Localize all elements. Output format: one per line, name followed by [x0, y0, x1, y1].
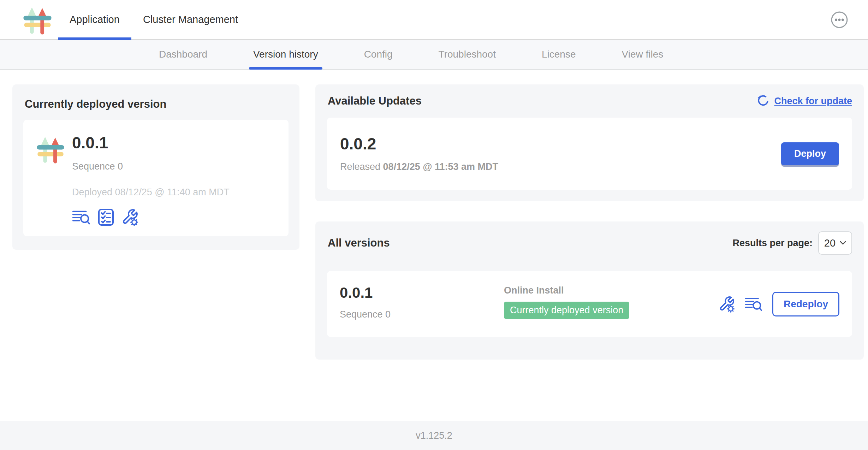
all-versions-header: All versions Results per page: 20: [327, 231, 852, 255]
available-updates-card: Available Updates Check for update 0.0.2…: [315, 84, 864, 201]
version-history-page: Currently deployed version 0.0.1 Sequenc…: [0, 70, 868, 360]
results-per-page-label: Results per page:: [732, 238, 813, 249]
tab-version-history[interactable]: Version history: [253, 40, 318, 69]
header-tab-label: Cluster Management: [143, 14, 238, 25]
app-subnav: Dashboard Version history Config Trouble…: [0, 40, 868, 70]
available-updates-header: Available Updates Check for update: [327, 94, 852, 108]
results-per-page: Results per page: 20: [732, 231, 852, 255]
tab-troubleshoot[interactable]: Troubleshoot: [439, 40, 496, 69]
app-logo: [22, 0, 53, 39]
update-released-line: Released 08/12/25 @ 11:53 am MDT: [340, 161, 498, 172]
tab-label: License: [542, 49, 576, 60]
row-version-details: 0.0.1 Sequence 0: [340, 285, 504, 320]
deploy-button[interactable]: Deploy: [781, 142, 839, 165]
config-icon[interactable]: [121, 208, 138, 226]
footer: v1.125.2: [0, 421, 868, 450]
tab-label: Version history: [253, 49, 318, 60]
redeploy-button[interactable]: Redeploy: [772, 292, 839, 316]
console-version: v1.125.2: [416, 430, 452, 441]
currently-deployed-badge: Currently deployed version: [504, 302, 629, 319]
install-type-label: Online Install: [504, 285, 719, 296]
header-tab-application[interactable]: Application: [70, 0, 120, 39]
tab-dashboard[interactable]: Dashboard: [159, 40, 207, 69]
released-timestamp: 08/12/25 @ 11:53 am MDT: [383, 161, 499, 172]
chevron-down-icon: [840, 241, 846, 245]
view-logs-icon[interactable]: [72, 209, 90, 225]
active-tab-underline: [249, 67, 322, 70]
released-label: Released: [340, 161, 380, 172]
header-tabs: Application Cluster Management: [58, 0, 250, 39]
header-tab-label: Application: [70, 14, 120, 25]
preflight-checks-icon[interactable]: [98, 209, 114, 226]
tab-label: View files: [622, 49, 663, 60]
top-header: Application Cluster Management: [0, 0, 868, 40]
tab-view-files[interactable]: View files: [622, 40, 663, 69]
right-column: Available Updates Check for update 0.0.2…: [315, 84, 864, 360]
row-install-info: Online Install Currently deployed versio…: [504, 285, 719, 319]
tab-label: Config: [364, 49, 393, 60]
deployed-version-number: 0.0.1: [72, 134, 230, 152]
check-for-update-link[interactable]: Check for update: [756, 94, 852, 108]
deployed-card-title: Currently deployed version: [25, 98, 289, 111]
app-logo-icon: [22, 4, 53, 35]
version-row: 0.0.1 Sequence 0 Online Install Currentl…: [327, 271, 852, 337]
update-details: 0.0.2 Released 08/12/25 @ 11:53 am MDT: [340, 135, 498, 172]
row-version-number: 0.0.1: [340, 285, 504, 301]
overflow-menu-button[interactable]: [831, 0, 848, 39]
ellipsis-circle-icon: [831, 11, 848, 29]
results-per-page-value: 20: [824, 237, 836, 249]
row-actions: Redeploy: [719, 292, 839, 316]
available-update-row: 0.0.2 Released 08/12/25 @ 11:53 am MDT D…: [327, 118, 852, 190]
deployed-timestamp: Deployed 08/12/25 @ 11:40 am MDT: [72, 187, 230, 198]
deployed-version-actions: [72, 208, 230, 226]
tab-license[interactable]: License: [542, 40, 576, 69]
results-per-page-select[interactable]: 20: [818, 231, 852, 255]
check-for-update-label: Check for update: [774, 96, 852, 107]
view-logs-icon[interactable]: [745, 296, 762, 312]
active-tab-underline: [58, 37, 131, 40]
refresh-icon: [756, 94, 770, 108]
all-versions-title: All versions: [328, 237, 390, 249]
app-logo-icon: [35, 134, 66, 164]
tab-label: Dashboard: [159, 49, 207, 60]
header-tab-cluster-management[interactable]: Cluster Management: [143, 0, 238, 39]
tab-label: Troubleshoot: [439, 49, 496, 60]
all-versions-card: All versions Results per page: 20 0.0.1 …: [315, 221, 864, 360]
row-sequence: Sequence 0: [340, 309, 504, 320]
tab-config[interactable]: Config: [364, 40, 393, 69]
currently-deployed-card: Currently deployed version 0.0.1 Sequenc…: [12, 84, 299, 250]
available-updates-title: Available Updates: [328, 95, 422, 107]
deployed-version-panel: 0.0.1 Sequence 0 Deployed 08/12/25 @ 11:…: [23, 120, 289, 236]
deployed-sequence: Sequence 0: [72, 161, 230, 172]
update-version-number: 0.0.2: [340, 135, 498, 153]
config-icon[interactable]: [719, 296, 735, 313]
deployed-version-details: 0.0.1 Sequence 0 Deployed 08/12/25 @ 11:…: [72, 134, 230, 228]
